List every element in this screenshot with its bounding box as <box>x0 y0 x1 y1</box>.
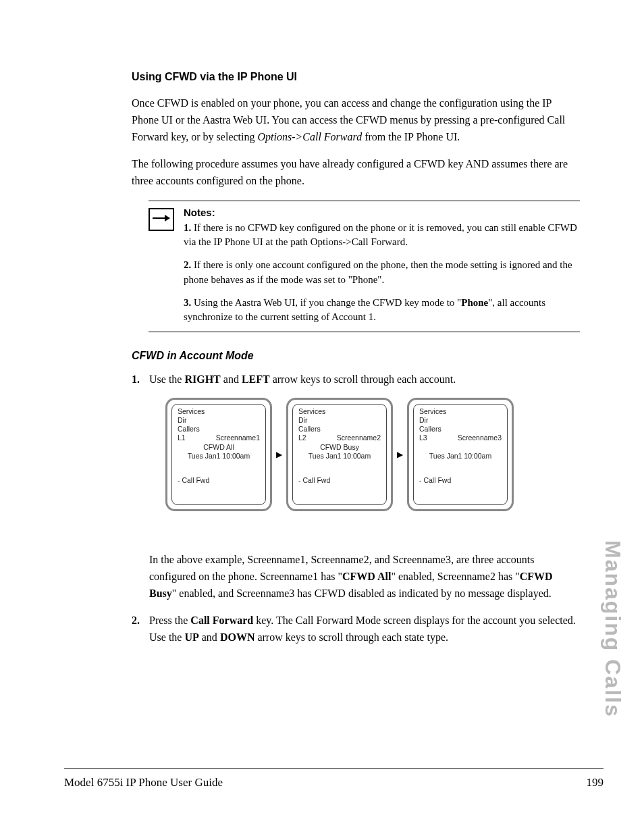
step-item: 1. Use the RIGHT and LEFT arrow keys to … <box>132 371 580 388</box>
screen-line: Services <box>298 407 381 416</box>
notes-content: Notes: 1. If there is no CFWD key config… <box>184 205 580 328</box>
paragraph: Once CFWD is enabled on your phone, you … <box>132 95 580 145</box>
step-number: 2. <box>132 613 149 646</box>
menu-path: Options->Call Forward <box>257 131 362 142</box>
screen-line-id: L3 <box>419 434 427 442</box>
screen-softkey: - Call Fwd <box>419 476 451 484</box>
screen-line-id: L1 <box>178 434 186 442</box>
screen-line: Dir <box>178 416 260 425</box>
key-name: Call Forward <box>190 615 253 626</box>
step-text: Press the Call Forward key. The Call For… <box>149 613 580 646</box>
page-number: 199 <box>587 776 604 789</box>
notes-title: Notes: <box>184 207 215 218</box>
triangle-right-icon: ▶ <box>397 450 403 460</box>
phone-screens-row: Services Dir Callers L1Screenname1 CFWD … <box>165 398 580 511</box>
screen-line: Services <box>178 407 260 416</box>
arrow-right-icon <box>149 208 174 231</box>
screen-name: Screenname2 <box>337 434 381 442</box>
paragraph: The following procedure assumes you have… <box>132 156 580 190</box>
mode-name: CFWD All <box>342 571 391 582</box>
screen-line: Callers <box>298 425 381 434</box>
page-footer: Model 6755i IP Phone User Guide 199 <box>64 776 603 789</box>
text: from the IP Phone UI. <box>362 131 460 142</box>
step-number: 1. <box>132 371 149 388</box>
screen-name: Screenname3 <box>458 434 502 442</box>
note-text: If there is only one account configured … <box>184 259 572 285</box>
notes-block: Notes: 1. If there is no CFWD key config… <box>149 201 580 332</box>
text: Use the <box>149 373 184 385</box>
triangle-right-icon: ▶ <box>276 450 282 460</box>
explanation-paragraph: In the above example, Screenname1, Scree… <box>149 552 580 602</box>
key-name: UP <box>184 631 198 643</box>
svg-marker-1 <box>165 215 170 221</box>
footer-rule <box>64 768 603 769</box>
screen-line: Dir <box>419 416 502 425</box>
screen-line: Dir <box>298 416 381 425</box>
note-text: Using the Aastra Web UI, if you change t… <box>191 297 461 308</box>
phone-screen: Services Dir Callers L1Screenname1 CFWD … <box>165 398 272 511</box>
text: and <box>199 631 220 643</box>
key-name: LEFT <box>242 373 270 385</box>
note-number: 2. <box>184 259 191 270</box>
text: arrow keys to scroll through each accoun… <box>270 373 456 385</box>
note-text: If there is no CFWD key configured on th… <box>184 222 577 248</box>
key-name: DOWN <box>220 631 255 643</box>
subsection-heading: CFWD in Account Mode <box>132 350 580 362</box>
text: and <box>221 373 242 385</box>
screen-date: Tues Jan1 10:00am <box>298 452 381 461</box>
footer-title: Model 6755i IP Phone User Guide <box>64 776 223 789</box>
phone-screen: Services Dir Callers L2Screenname2 CFWD … <box>286 398 393 511</box>
text: arrow keys to scroll through each state … <box>254 631 448 643</box>
screen-mode <box>419 443 502 452</box>
screen-line-id: L2 <box>298 434 306 442</box>
note-bold: Phone <box>461 297 488 308</box>
section-heading: Using CFWD via the IP Phone UI <box>132 71 580 83</box>
screen-line: Services <box>419 407 502 416</box>
text: " enabled, Screenname2 has " <box>391 571 519 582</box>
screen-softkey: - Call Fwd <box>298 476 330 484</box>
screen-date: Tues Jan1 10:00am <box>178 452 260 461</box>
section-tab: Managing Calls <box>600 540 625 718</box>
screen-line: Callers <box>419 425 502 434</box>
screen-mode: CFWD All <box>178 443 260 452</box>
text: Press the <box>149 615 190 626</box>
key-name: RIGHT <box>184 373 220 385</box>
note-number: 1. <box>184 222 191 233</box>
screen-name: Screenname1 <box>216 434 260 442</box>
text: " enabled, and Screenname3 has CFWD disa… <box>172 588 552 599</box>
step-text: Use the RIGHT and LEFT arrow keys to scr… <box>149 371 580 388</box>
screen-softkey: - Call Fwd <box>178 476 209 484</box>
screen-date: Tues Jan1 10:00am <box>419 452 502 461</box>
screen-mode: CFWD Busy <box>298 443 381 452</box>
note-number: 3. <box>184 297 191 308</box>
phone-screen: Services Dir Callers L3Screenname3 Tues … <box>407 398 514 511</box>
screen-line: Callers <box>178 425 260 434</box>
step-item: 2. Press the Call Forward key. The Call … <box>132 613 580 646</box>
